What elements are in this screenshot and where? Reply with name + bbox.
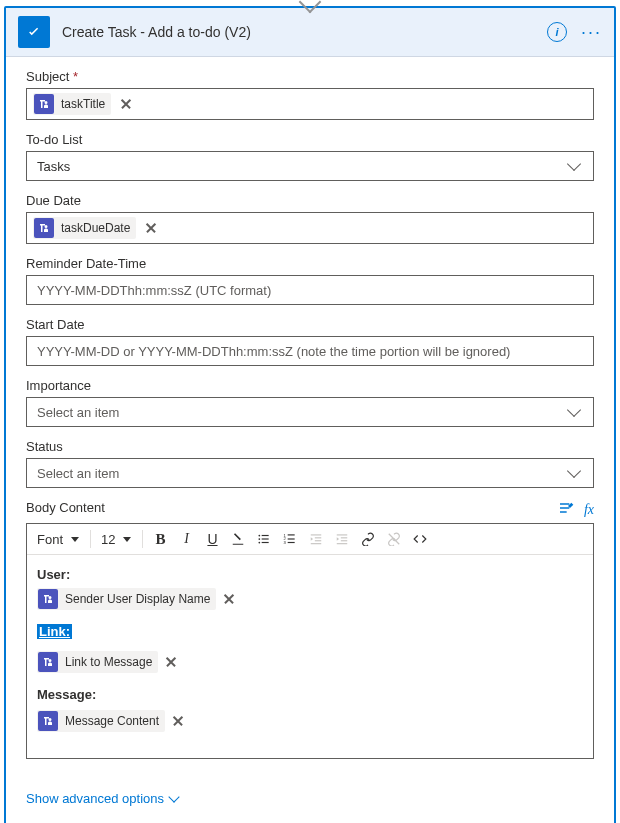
remove-token-icon[interactable] — [117, 95, 135, 113]
svg-rect-14 — [315, 540, 321, 541]
card-title: Create Task - Add a to-do (V2) — [62, 24, 535, 40]
field-startdate: Start Date YYYY-MM-DD or YYYY-MM-DDThh:m… — [26, 317, 594, 366]
token-taskduedate: taskDueDate — [33, 217, 136, 239]
label-duedate: Due Date — [26, 193, 594, 208]
input-duedate[interactable]: taskDueDate — [26, 212, 594, 244]
fontsize-select[interactable]: 12 — [97, 530, 136, 549]
expression-icon[interactable]: fx — [584, 502, 594, 518]
caret-down-icon — [71, 537, 79, 542]
label-status: Status — [26, 439, 594, 454]
svg-rect-5 — [262, 542, 269, 543]
select-importance[interactable]: Select an item — [26, 397, 594, 427]
card-header: Create Task - Add a to-do (V2) i ··· — [6, 8, 614, 57]
token-link-to-message: Link to Message — [37, 651, 158, 673]
rich-text-editor: Font 12 B I U — [26, 523, 594, 759]
svg-rect-3 — [262, 535, 269, 536]
action-card: Create Task - Add a to-do (V2) i ··· Sub… — [4, 6, 616, 823]
select-status[interactable]: Select an item — [26, 458, 594, 488]
color-button[interactable] — [227, 528, 249, 550]
card-body: Subject * taskTitle To-do List Tasks Due… — [6, 57, 614, 823]
show-advanced-options[interactable]: Show advanced options — [26, 791, 178, 806]
label-todolist: To-do List — [26, 132, 594, 147]
remove-token-icon[interactable] — [220, 590, 238, 608]
svg-rect-17 — [341, 537, 347, 538]
label-startdate: Start Date — [26, 317, 594, 332]
svg-rect-11 — [288, 542, 295, 543]
svg-rect-18 — [341, 540, 347, 541]
teams-icon — [38, 589, 58, 609]
field-status: Status Select an item — [26, 439, 594, 488]
svg-rect-9 — [288, 534, 295, 535]
svg-rect-4 — [262, 538, 269, 539]
chevron-down-icon — [567, 157, 581, 171]
remove-token-icon[interactable] — [169, 712, 187, 730]
body-link-label: Link: — [37, 624, 72, 639]
rte-toolbar: Font 12 B I U — [27, 524, 593, 555]
input-startdate[interactable]: YYYY-MM-DD or YYYY-MM-DDThh:mm:ssZ (note… — [26, 336, 594, 366]
chevron-down-icon — [567, 403, 581, 417]
label-subject: Subject * — [26, 69, 594, 84]
field-importance: Importance Select an item — [26, 378, 594, 427]
indent-button[interactable] — [331, 528, 353, 550]
token-message-content: Message Content — [37, 710, 165, 732]
teams-icon — [38, 711, 58, 731]
dynamic-content-icon[interactable] — [558, 500, 574, 519]
more-menu-icon[interactable]: ··· — [581, 23, 602, 41]
italic-button[interactable]: I — [175, 528, 197, 550]
svg-rect-16 — [337, 534, 348, 535]
underline-button[interactable]: U — [201, 528, 223, 550]
bold-button[interactable]: B — [149, 528, 171, 550]
rte-content[interactable]: User: Sender User Display Name — [27, 555, 593, 758]
label-reminder: Reminder Date-Time — [26, 256, 594, 271]
svg-point-1 — [259, 538, 261, 540]
field-bodycontent: Body Content fx Font 12 — [26, 500, 594, 759]
svg-point-0 — [259, 535, 261, 537]
svg-rect-15 — [311, 543, 322, 544]
chevron-down-icon — [567, 464, 581, 478]
info-icon[interactable]: i — [547, 22, 567, 42]
remove-token-icon[interactable] — [162, 653, 180, 671]
remove-token-icon[interactable] — [142, 219, 160, 237]
body-user-label: User: — [37, 567, 583, 582]
label-importance: Importance — [26, 378, 594, 393]
field-todolist: To-do List Tasks — [26, 132, 594, 181]
body-message-label: Message: — [37, 687, 583, 702]
teams-icon — [34, 218, 54, 238]
svg-text:3: 3 — [284, 540, 287, 545]
token-tasktitle: taskTitle — [33, 93, 111, 115]
font-select[interactable]: Font — [33, 530, 84, 549]
svg-rect-10 — [288, 538, 295, 539]
todo-connector-icon — [18, 16, 50, 48]
caret-down-icon — [123, 537, 131, 542]
field-subject: Subject * taskTitle — [26, 69, 594, 120]
teams-icon — [34, 94, 54, 114]
svg-point-2 — [259, 542, 261, 544]
code-view-button[interactable] — [409, 528, 431, 550]
select-todolist[interactable]: Tasks — [26, 151, 594, 181]
bullet-list-button[interactable] — [253, 528, 275, 550]
svg-rect-13 — [315, 537, 321, 538]
outdent-button[interactable] — [305, 528, 327, 550]
numbered-list-button[interactable]: 123 — [279, 528, 301, 550]
field-reminder: Reminder Date-Time YYYY-MM-DDThh:mm:ssZ … — [26, 256, 594, 305]
svg-rect-19 — [337, 543, 348, 544]
svg-rect-12 — [311, 534, 322, 535]
chevron-down-icon — [168, 791, 179, 802]
label-bodycontent: Body Content — [26, 500, 105, 515]
link-button[interactable] — [357, 528, 379, 550]
input-subject[interactable]: taskTitle — [26, 88, 594, 120]
input-reminder[interactable]: YYYY-MM-DDThh:mm:ssZ (UTC format) — [26, 275, 594, 305]
token-sender-name: Sender User Display Name — [37, 588, 216, 610]
unlink-button[interactable] — [383, 528, 405, 550]
field-duedate: Due Date taskDueDate — [26, 193, 594, 244]
teams-icon — [38, 652, 58, 672]
